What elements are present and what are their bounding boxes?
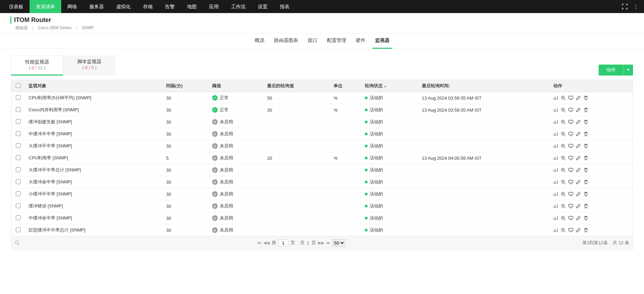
zoom-icon[interactable]: [561, 108, 566, 112]
nav-item-3[interactable]: 服务器: [83, 0, 110, 13]
monitor-icon[interactable]: [568, 108, 573, 112]
tab-performance-monitor[interactable]: 性能监视器 ( 0 / 12 ): [11, 55, 63, 76]
cell-object[interactable]: 大缓冲不中率总计 [SNMP]: [25, 164, 163, 176]
col-poll-status[interactable]: 轮询状态▲: [361, 80, 418, 92]
monitor-icon[interactable]: [568, 228, 573, 233]
search-icon[interactable]: [15, 240, 20, 245]
chart-icon[interactable]: [553, 108, 558, 112]
nav-item-5[interactable]: 存储: [137, 0, 159, 13]
monitor-icon[interactable]: [568, 156, 573, 160]
nav-item-1[interactable]: 资源清单: [30, 0, 61, 13]
zoom-icon[interactable]: [561, 216, 566, 220]
edit-icon[interactable]: [576, 156, 581, 160]
action-dropdown[interactable]: 动作 ▾: [599, 65, 633, 76]
col-threshold[interactable]: 阈值: [209, 80, 264, 92]
chart-icon[interactable]: [553, 95, 558, 100]
row-checkbox[interactable]: [16, 167, 21, 172]
chevron-down-icon[interactable]: ▾: [623, 65, 633, 76]
chart-icon[interactable]: [553, 228, 558, 233]
cell-object[interactable]: Cisco内存利用率 [SNMP]: [25, 104, 163, 116]
subtab-1[interactable]: 路由器图表: [271, 33, 301, 49]
row-checkbox[interactable]: [16, 155, 21, 160]
col-last-value[interactable]: 最后的轮询值: [264, 80, 330, 92]
last-page-icon[interactable]: ⏭: [326, 240, 330, 245]
cell-object[interactable]: 小缓冲不中率 [SNMP]: [25, 188, 163, 200]
monitor-icon[interactable]: [568, 180, 573, 184]
nav-item-7[interactable]: 地图: [181, 0, 203, 13]
chart-icon[interactable]: [553, 192, 558, 196]
first-page-icon[interactable]: ⏮: [257, 240, 261, 245]
edit-icon[interactable]: [576, 228, 581, 233]
nav-item-6[interactable]: 告警: [159, 0, 181, 13]
edit-icon[interactable]: [576, 95, 581, 100]
fullscreen-icon[interactable]: [619, 4, 630, 9]
delete-icon[interactable]: [583, 156, 588, 160]
monitor-icon[interactable]: [568, 95, 573, 100]
nav-item-8[interactable]: 应用: [203, 0, 225, 13]
delete-icon[interactable]: [583, 228, 588, 233]
zoom-icon[interactable]: [561, 192, 566, 196]
delete-icon[interactable]: [583, 132, 588, 136]
zoom-icon[interactable]: [561, 156, 566, 160]
monitor-icon[interactable]: [568, 192, 573, 196]
delete-icon[interactable]: [583, 108, 588, 112]
zoom-icon[interactable]: [561, 168, 566, 172]
nav-item-0[interactable]: 仪表板: [3, 0, 30, 13]
monitor-icon[interactable]: [568, 168, 573, 172]
page-input[interactable]: [278, 239, 288, 246]
next-page-icon[interactable]: ▶▶: [318, 240, 324, 245]
monitor-icon[interactable]: [568, 216, 573, 220]
crumb-2[interactable]: SNMP: [80, 25, 95, 30]
col-actions[interactable]: 动作: [550, 80, 633, 92]
cell-object[interactable]: CPU利用率(5分钟平均) [SNMP]: [25, 92, 163, 104]
nav-item-11[interactable]: 报表: [274, 0, 296, 13]
chart-icon[interactable]: [553, 132, 558, 136]
edit-icon[interactable]: [576, 204, 581, 208]
edit-icon[interactable]: [576, 180, 581, 184]
edit-icon[interactable]: [576, 132, 581, 136]
row-checkbox[interactable]: [16, 107, 21, 112]
chart-icon[interactable]: [553, 204, 558, 208]
row-checkbox[interactable]: [16, 143, 21, 148]
nav-item-9[interactable]: 工作流: [225, 0, 252, 13]
chart-icon[interactable]: [553, 216, 558, 220]
subtab-5[interactable]: 监视器: [372, 33, 392, 49]
monitor-icon[interactable]: [568, 120, 573, 124]
zoom-icon[interactable]: [561, 95, 566, 100]
row-checkbox[interactable]: [16, 227, 21, 232]
zoom-icon[interactable]: [561, 144, 566, 148]
edit-icon[interactable]: [576, 192, 581, 196]
row-checkbox[interactable]: [16, 203, 21, 208]
subtab-4[interactable]: 硬件: [353, 33, 368, 49]
cell-object[interactable]: 巨型缓冲不中率总计 [SNMP]: [25, 224, 163, 236]
delete-icon[interactable]: [583, 144, 588, 148]
cell-object[interactable]: 大缓冲不中率 [SNMP]: [25, 140, 163, 152]
nav-item-4[interactable]: 虚拟化: [110, 0, 137, 13]
subtab-2[interactable]: 接口: [305, 33, 320, 49]
monitor-icon[interactable]: [568, 144, 573, 148]
edit-icon[interactable]: [576, 108, 581, 112]
nav-item-10[interactable]: 设置: [252, 0, 274, 13]
delete-icon[interactable]: [583, 180, 588, 184]
delete-icon[interactable]: [583, 168, 588, 172]
monitor-icon[interactable]: [568, 204, 573, 208]
select-all-header[interactable]: [11, 80, 25, 92]
zoom-icon[interactable]: [561, 204, 566, 208]
zoom-icon[interactable]: [561, 228, 566, 233]
row-checkbox[interactable]: [16, 191, 21, 196]
delete-icon[interactable]: [583, 216, 588, 220]
zoom-icon[interactable]: [561, 120, 566, 124]
zoom-icon[interactable]: [561, 180, 566, 184]
more-icon[interactable]: ⋮: [630, 3, 641, 10]
edit-icon[interactable]: [576, 144, 581, 148]
chart-icon[interactable]: [553, 156, 558, 160]
page-size-select[interactable]: 50: [332, 239, 345, 247]
edit-icon[interactable]: [576, 168, 581, 172]
edit-icon[interactable]: [576, 120, 581, 124]
crumb-1[interactable]: Cisco 2800 Series: [37, 25, 73, 30]
cell-object[interactable]: 中缓冲命中率 [SNMP]: [25, 212, 163, 224]
col-object[interactable]: 监视对象: [25, 80, 163, 92]
delete-icon[interactable]: [583, 204, 588, 208]
row-checkbox[interactable]: [16, 131, 21, 136]
col-last-time[interactable]: 最后轮询时间:: [418, 80, 550, 92]
